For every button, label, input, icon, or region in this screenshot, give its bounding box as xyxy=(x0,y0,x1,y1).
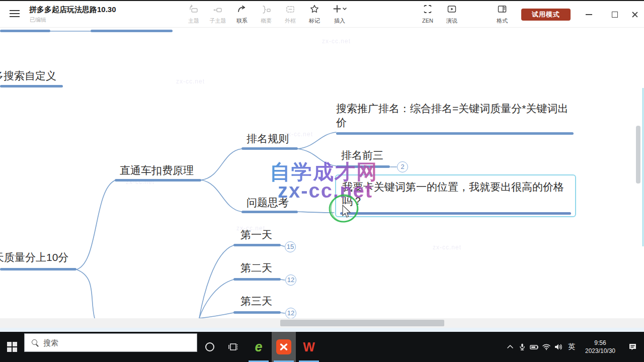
battery-icon xyxy=(529,343,539,351)
presentation-play-icon xyxy=(439,4,464,15)
windows-logo-icon xyxy=(7,342,17,352)
star-icon xyxy=(302,4,327,15)
summary-icon xyxy=(254,4,279,15)
search-input[interactable] xyxy=(43,338,179,347)
toolbar-mark-button[interactable]: 标记 xyxy=(302,4,327,25)
toolbar-insert-button[interactable]: 插入 xyxy=(327,4,352,25)
horizontal-scrollbar-track[interactable] xyxy=(0,318,644,328)
notification-icon xyxy=(628,342,638,351)
speaker-icon xyxy=(554,343,563,351)
toolbar-format-button[interactable]: 格式 xyxy=(490,4,515,25)
date-label: 2023/10/30 xyxy=(585,347,615,354)
tiled-watermark: zx-cc.net xyxy=(176,78,205,85)
node-count-badge[interactable]: 15 xyxy=(285,241,296,252)
toolbar-topic-button[interactable]: 主题 xyxy=(181,4,206,25)
windows-taskbar: e W xyxy=(0,332,644,362)
site-watermark-line2: zx-cc.net xyxy=(278,179,373,202)
cortana-icon xyxy=(205,342,214,351)
window-bottom-strip xyxy=(0,328,644,332)
taskbar-clock[interactable]: 9:56 2023/10/30 xyxy=(579,339,622,355)
wifi-tray-button[interactable] xyxy=(540,332,552,362)
toolbar-summary-button[interactable]: 概要 xyxy=(254,4,279,25)
system-tray: 英 9:56 2023/10/30 xyxy=(504,332,644,362)
app-window: 拼多多起店玩法思路10.30 已编辑 主题 子主题 联系 概要 外框 xyxy=(0,0,644,362)
close-button[interactable] xyxy=(627,8,642,21)
trial-mode-button[interactable]: 试用模式 xyxy=(521,9,571,21)
time-label: 9:56 xyxy=(594,339,606,346)
node-underline xyxy=(242,211,298,213)
wifi-icon xyxy=(542,343,551,351)
tiled-watermark: zx-cc.net xyxy=(433,244,461,251)
relation-icon xyxy=(229,4,255,15)
minimize-button[interactable] xyxy=(581,8,596,21)
task-view-button[interactable] xyxy=(221,332,245,362)
node-count-badge[interactable]: 2 xyxy=(397,161,408,172)
tiled-watermark: zx-cc.net xyxy=(322,38,351,45)
document-status: 已编辑 xyxy=(30,16,46,24)
search-icon xyxy=(32,339,39,346)
node-day1[interactable]: 第一天 xyxy=(240,228,272,241)
tray-expand-button[interactable] xyxy=(504,332,516,362)
taskbar-wps-button[interactable]: W xyxy=(297,332,321,362)
hamburger-menu-icon[interactable] xyxy=(10,10,20,18)
subtopic-icon xyxy=(205,4,230,15)
wps-icon: W xyxy=(303,341,315,353)
maximize-button[interactable] xyxy=(607,8,622,21)
taskbar-mindmap-app-button[interactable] xyxy=(272,332,296,362)
toolbar-relation-button[interactable]: 联系 xyxy=(229,4,255,25)
node-underline xyxy=(115,179,201,182)
titlebar: 拼多多起店玩法思路10.30 已编辑 主题 子主题 联系 概要 外框 xyxy=(0,1,644,28)
cortana-button[interactable] xyxy=(199,332,220,362)
node-underline xyxy=(233,311,281,314)
taskbar-search-box[interactable] xyxy=(24,333,197,352)
node-search-ranking[interactable]: 搜索推广排名：综合排名=关键词质量分*关键词出价 xyxy=(336,102,577,130)
boundary-icon xyxy=(278,4,303,15)
toolbar-boundary-button[interactable]: 外框 xyxy=(278,4,303,25)
vertical-scrollbar[interactable] xyxy=(636,126,640,184)
node-search-custom[interactable]: 多搜索自定义 xyxy=(0,69,56,82)
node-underline-clipped-top-2[interactable] xyxy=(91,30,173,32)
right-edge-accent xyxy=(642,88,643,246)
microphone-tray-button[interactable] xyxy=(516,332,528,362)
node-underline-clipped-top-1[interactable] xyxy=(0,30,50,32)
toolbar-zen-button[interactable]: ZEN xyxy=(415,4,440,25)
battery-tray-button[interactable] xyxy=(528,332,540,362)
node-day3[interactable]: 第三天 xyxy=(240,295,272,307)
taskbar-ie-button[interactable]: e xyxy=(247,332,271,362)
node-quality-score[interactable]: 天质量分上10分 xyxy=(0,251,68,263)
node-underline xyxy=(242,147,298,150)
format-panel-icon xyxy=(490,4,515,15)
action-center-button[interactable] xyxy=(622,332,644,362)
node-count-badge[interactable]: 12 xyxy=(285,275,296,286)
toolbar-subtopic-button[interactable]: 子主题 xyxy=(205,4,230,25)
mindmap-canvas[interactable]: zx-cc.net zx-cc.net zx-cc.net zx-cc.net … xyxy=(0,28,644,318)
node-day2[interactable]: 第二天 xyxy=(240,261,272,274)
node-underline xyxy=(340,212,571,215)
horizontal-scrollbar-thumb[interactable] xyxy=(280,320,444,326)
toolbar-present-button[interactable]: 演说 xyxy=(439,4,464,25)
microphone-icon xyxy=(518,343,526,351)
node-underline xyxy=(0,85,63,87)
node-count-badge[interactable]: 12 xyxy=(285,308,296,318)
zen-brackets-icon xyxy=(415,4,440,15)
node-underline xyxy=(233,278,281,281)
node-ztc-fee[interactable]: 直通车扣费原理 xyxy=(120,164,194,176)
internet-explorer-icon: e xyxy=(255,340,262,354)
chevron-up-icon xyxy=(506,343,514,351)
node-underline xyxy=(233,244,281,246)
node-underline xyxy=(336,132,574,135)
node-ranking-rules[interactable]: 排名规则 xyxy=(247,132,289,145)
mindmap-app-icon xyxy=(276,339,291,354)
task-view-icon xyxy=(227,341,238,352)
node-underline xyxy=(0,268,76,270)
document-title: 拼多多起店玩法思路10.30 xyxy=(29,5,116,15)
start-button[interactable] xyxy=(0,332,24,362)
topic-icon xyxy=(181,4,206,15)
volume-tray-button[interactable] xyxy=(552,332,565,362)
input-language-indicator[interactable]: 英 xyxy=(565,342,579,351)
insert-plus-icon xyxy=(327,4,352,15)
